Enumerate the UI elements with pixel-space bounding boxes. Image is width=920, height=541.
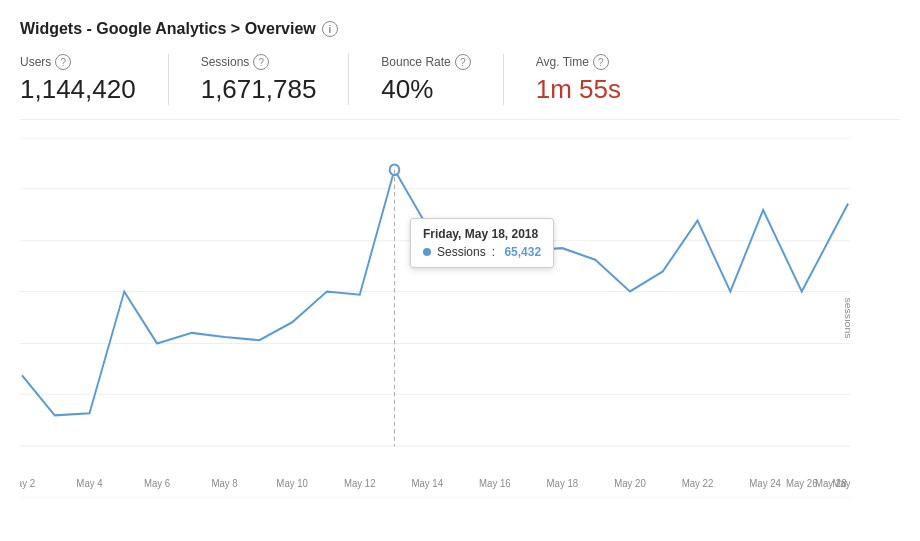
svg-text:May 2: May 2 — [20, 478, 35, 489]
sessions-info-icon[interactable]: ? — [253, 54, 269, 70]
svg-text:May 26: May 26 — [786, 478, 818, 489]
metric-sessions: Sessions ? 1,671,785 — [201, 54, 350, 105]
metric-sessions-value: 1,671,785 — [201, 74, 317, 105]
svg-text:sessions: sessions — [843, 297, 850, 338]
avgtime-info-icon[interactable]: ? — [593, 54, 609, 70]
title-text: Widgets - Google Analytics > Overview — [20, 20, 316, 38]
svg-text:May 16: May 16 — [479, 478, 511, 489]
page-title: Widgets - Google Analytics > Overview i — [20, 20, 900, 38]
chart-area: 70k 65k 60k 55k 50k 45k 40k May 2 May 4 … — [20, 138, 900, 498]
svg-text:May 6: May 6 — [144, 478, 171, 489]
svg-text:May 18: May 18 — [547, 478, 579, 489]
svg-text:May 4: May 4 — [76, 478, 103, 489]
metric-bounce-label: Bounce Rate ? — [381, 54, 470, 70]
metric-bounce-rate: Bounce Rate ? 40% — [381, 54, 503, 105]
line-chart: 70k 65k 60k 55k 50k 45k 40k May 2 May 4 … — [20, 138, 850, 498]
svg-text:May 12: May 12 — [344, 478, 376, 489]
svg-text:May 30: May 30 — [832, 478, 850, 489]
metric-bounce-value: 40% — [381, 74, 470, 105]
svg-text:May 14: May 14 — [411, 478, 443, 489]
metric-avgtime-label: Avg. Time ? — [536, 54, 621, 70]
chart-line — [22, 170, 848, 416]
info-icon[interactable]: i — [322, 21, 338, 37]
metric-avg-time: Avg. Time ? 1m 55s — [536, 54, 653, 105]
svg-text:May 20: May 20 — [614, 478, 646, 489]
metric-sessions-label: Sessions ? — [201, 54, 317, 70]
svg-text:May 10: May 10 — [276, 478, 308, 489]
metric-users-label: Users ? — [20, 54, 136, 70]
svg-text:May 22: May 22 — [682, 478, 714, 489]
metric-avgtime-value: 1m 55s — [536, 74, 621, 105]
svg-text:May 24: May 24 — [749, 478, 781, 489]
metric-users-value: 1,144,420 — [20, 74, 136, 105]
users-info-icon[interactable]: ? — [55, 54, 71, 70]
bounce-info-icon[interactable]: ? — [455, 54, 471, 70]
svg-text:May 8: May 8 — [211, 478, 238, 489]
metrics-row: Users ? 1,144,420 Sessions ? 1,671,785 B… — [20, 54, 900, 120]
metric-users: Users ? 1,144,420 — [20, 54, 169, 105]
